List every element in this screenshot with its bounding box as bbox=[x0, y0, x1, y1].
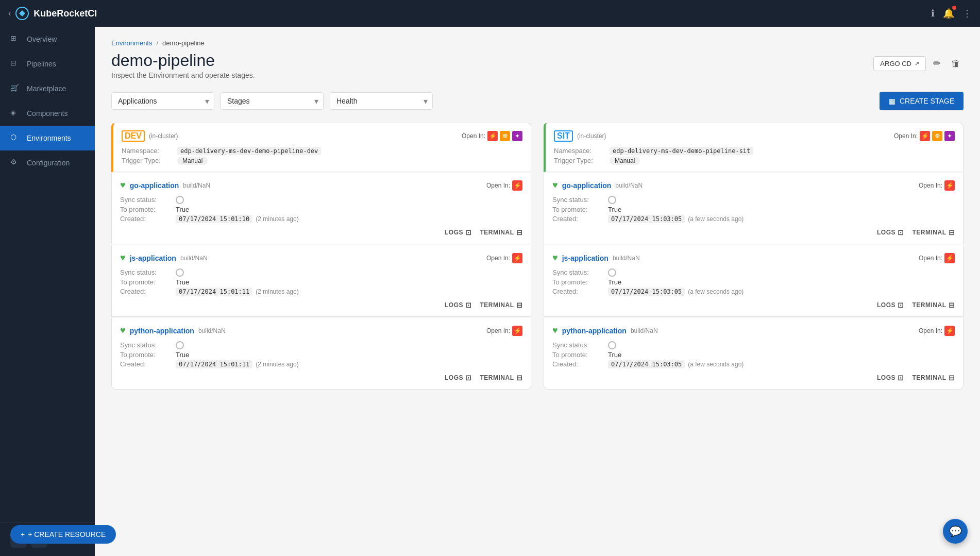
app-build: build/NaN bbox=[180, 255, 208, 262]
chat-fab-button[interactable]: 💬 bbox=[943, 519, 968, 544]
logs-button[interactable]: LOGS ⊡ bbox=[877, 374, 904, 382]
create-stage-button[interactable]: ▦ CREATE STAGE bbox=[880, 92, 964, 110]
logs-button[interactable]: LOGS ⊡ bbox=[877, 228, 904, 237]
trigger-value: Manual bbox=[177, 157, 522, 164]
breadcrumb-current: demo-pipeline bbox=[162, 39, 205, 47]
collapse-button[interactable]: ‹ bbox=[8, 9, 11, 18]
breadcrumb-environments-link[interactable]: Environments bbox=[111, 39, 152, 47]
notification-icon[interactable]: 🔔 bbox=[943, 8, 954, 19]
components-icon: ◈ bbox=[10, 108, 21, 119]
app-card-go-app-dev: ♥ go-application build/NaN Open In: ⚡ Sy… bbox=[111, 173, 531, 244]
sidebar-item-overview[interactable]: ⊞ Overview bbox=[0, 27, 95, 52]
namespace-value: edp-delivery-ms-dev-demo-pipeline-dev bbox=[177, 147, 522, 155]
sidebar-item-components[interactable]: ◈ Components bbox=[0, 101, 95, 126]
open-in-icon-orange[interactable]: ☸ bbox=[500, 131, 510, 141]
app-open-in-icon[interactable]: ⚡ bbox=[944, 180, 955, 191]
app-build: build/NaN bbox=[615, 182, 643, 189]
sync-status-label: Sync status: bbox=[552, 341, 604, 349]
app-open-in-icon[interactable]: ⚡ bbox=[944, 253, 955, 263]
applications-filter[interactable]: Applications bbox=[111, 92, 214, 110]
stage-cluster-tag: (in-cluster) bbox=[149, 132, 178, 140]
created-ago: (a few seconds ago) bbox=[688, 215, 744, 223]
argo-cd-button[interactable]: ARGO CD ↗ bbox=[873, 56, 926, 71]
app-meta: Sync status: To promote: True Created: 0… bbox=[120, 341, 522, 368]
sync-circle bbox=[176, 196, 184, 204]
open-in-icon-purple[interactable]: ✦ bbox=[944, 131, 955, 141]
app-build: build/NaN bbox=[198, 327, 226, 334]
more-menu-icon[interactable]: ⋮ bbox=[962, 8, 972, 19]
terminal-button[interactable]: TERMINAL ⊟ bbox=[913, 301, 955, 309]
stage-open-label: Open In: bbox=[894, 132, 918, 140]
stage-column-dev: DEV (in-cluster) Open In: ⚡☸✦ Namespace:… bbox=[111, 123, 531, 391]
app-open-label: Open In: bbox=[486, 255, 510, 262]
app-open-in-icon[interactable]: ⚡ bbox=[512, 326, 522, 336]
open-in-icon-orange[interactable]: ☸ bbox=[932, 131, 942, 141]
created-value: 07/17/2024 15:03:05 (a few seconds ago) bbox=[608, 215, 955, 223]
app-open-label: Open In: bbox=[919, 327, 942, 334]
breadcrumb: Environments / demo-pipeline bbox=[111, 39, 215, 47]
delete-button[interactable]: 🗑 bbox=[948, 56, 964, 71]
app-name[interactable]: js-application bbox=[130, 254, 176, 262]
app-health-icon: ♥ bbox=[552, 180, 558, 191]
terminal-button[interactable]: TERMINAL ⊟ bbox=[480, 301, 523, 309]
terminal-button[interactable]: TERMINAL ⊟ bbox=[480, 228, 523, 237]
notification-badge bbox=[952, 6, 956, 10]
logs-button[interactable]: LOGS ⊡ bbox=[445, 374, 472, 382]
app-name[interactable]: js-application bbox=[562, 254, 609, 262]
main-content: Environments / demo-pipeline demo-pipeli… bbox=[95, 27, 980, 556]
to-promote-value: True bbox=[176, 278, 522, 286]
created-ago: (2 minutes ago) bbox=[256, 288, 298, 295]
logs-button[interactable]: LOGS ⊡ bbox=[445, 301, 472, 309]
app-open-in: Open In: ⚡ bbox=[919, 253, 955, 263]
app-open-in-icon[interactable]: ⚡ bbox=[512, 180, 522, 191]
app-meta: Sync status: To promote: True Created: 0… bbox=[552, 341, 955, 368]
stage-meta: Namespace: edp-delivery-ms-dev-demo-pipe… bbox=[554, 147, 955, 164]
sync-status-label: Sync status: bbox=[552, 196, 604, 204]
open-in-icon-purple[interactable]: ✦ bbox=[512, 131, 522, 141]
edit-button[interactable]: ✏ bbox=[930, 56, 944, 71]
logs-button[interactable]: LOGS ⊡ bbox=[877, 301, 904, 309]
app-name[interactable]: python-application bbox=[130, 327, 194, 335]
stage-open-in: Open In: ⚡☸✦ bbox=[894, 131, 955, 141]
info-icon[interactable]: ℹ bbox=[931, 8, 935, 19]
app-open-in-icon[interactable]: ⚡ bbox=[512, 253, 522, 263]
terminal-button[interactable]: TERMINAL ⊟ bbox=[480, 374, 523, 382]
created-value: 07/17/2024 15:03:05 (a few seconds ago) bbox=[608, 360, 955, 368]
sidebar-item-label: Pipelines bbox=[27, 60, 56, 68]
app-open-label: Open In: bbox=[919, 255, 942, 262]
open-in-icon-red[interactable]: ⚡ bbox=[487, 131, 498, 141]
terminal-button[interactable]: TERMINAL ⊟ bbox=[913, 228, 955, 237]
sync-status-value bbox=[608, 196, 955, 204]
app-build: build/NaN bbox=[613, 255, 640, 262]
open-in-icon-red[interactable]: ⚡ bbox=[920, 131, 930, 141]
terminal-button[interactable]: TERMINAL ⊟ bbox=[913, 374, 955, 382]
app-name[interactable]: go-application bbox=[562, 181, 612, 190]
app-name[interactable]: go-application bbox=[130, 181, 179, 190]
sidebar-item-configuration[interactable]: ⚙ Configuration bbox=[0, 150, 95, 175]
health-filter-wrapper: Health bbox=[330, 92, 433, 110]
health-filter[interactable]: Health bbox=[330, 92, 433, 110]
app-name[interactable]: python-application bbox=[562, 327, 627, 335]
created-label: Created: bbox=[120, 215, 172, 223]
app-open-in-icon[interactable]: ⚡ bbox=[944, 326, 955, 336]
sidebar-item-pipelines[interactable]: ⊟ Pipelines bbox=[0, 52, 95, 76]
create-resource-button[interactable]: + + CREATE RESOURCE bbox=[10, 525, 116, 544]
sidebar-item-marketplace[interactable]: 🛒 Marketplace bbox=[0, 76, 95, 101]
stages-filter[interactable]: Stages bbox=[221, 92, 324, 110]
app-open-in: Open In: ⚡ bbox=[919, 180, 955, 191]
app-open-in: Open In: ⚡ bbox=[486, 180, 522, 191]
app-name: KubeRocketCI bbox=[33, 8, 97, 19]
logs-button[interactable]: LOGS ⊡ bbox=[445, 228, 472, 237]
created-timestamp: 07/17/2024 15:03:05 bbox=[608, 215, 685, 223]
app-actions: LOGS ⊡ TERMINAL ⊟ bbox=[120, 301, 522, 309]
app-logo: KubeRocketCI bbox=[15, 6, 931, 21]
to-promote-value: True bbox=[608, 351, 955, 359]
app-card-python-app-dev: ♥ python-application build/NaN Open In: … bbox=[111, 318, 531, 390]
created-timestamp: 07/17/2024 15:01:10 bbox=[176, 215, 252, 223]
app-card-header: ♥ js-application build/NaN Open In: ⚡ bbox=[120, 252, 522, 263]
applications-filter-wrapper: Applications bbox=[111, 92, 214, 110]
trigger-label: Trigger Type: bbox=[122, 157, 173, 164]
to-promote-value: True bbox=[176, 206, 522, 213]
sidebar-item-environments[interactable]: ⬡ Environments bbox=[0, 126, 95, 150]
stage-open-in: Open In: ⚡☸✦ bbox=[462, 131, 522, 141]
